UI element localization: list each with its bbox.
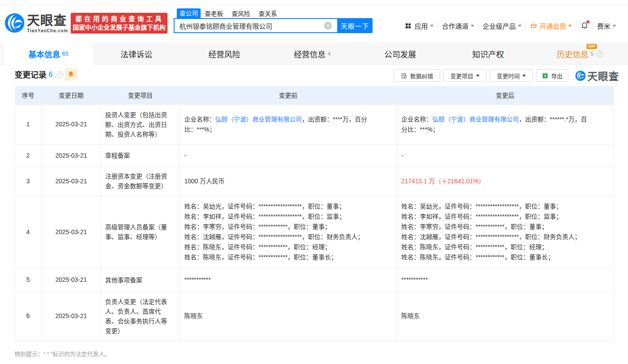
search-tab-2[interactable]: 查老板 [205, 8, 223, 18]
cell-date: 2025-03-21 [42, 104, 101, 144]
cell-text: 企业名称： [401, 116, 432, 123]
cell-item: 负责人变更（法定代表人、负责人、首席代表、合伙事务执行人等变更） [101, 292, 180, 341]
table-row-2: 22025-03-21章程备案-- [15, 144, 614, 167]
section-count: 6 [49, 71, 53, 79]
cell-line: 姓名：沈越雁，证件号码：******************，职位：财务负责人； [401, 232, 588, 242]
tab-法律诉讼[interactable]: 法律诉讼 [92, 42, 180, 65]
cell-after: 217410.1 万（＋21641.01%） [397, 167, 614, 196]
cell-item: 注册资本变更（注册资金、资金数额等变更） [101, 167, 180, 196]
header-nav: 应用合作通道企业级产品开通会员费米 [404, 20, 616, 31]
tyc-swirl-icon [575, 71, 586, 81]
col-header: 序号 [15, 86, 42, 104]
nav-divider [438, 23, 438, 29]
cell-text: 姓名：沈越雁，证件号码：******************，职位：财务负责人； [184, 233, 364, 240]
crown-icon [530, 22, 537, 30]
nav-label: 开通会员 [540, 21, 566, 30]
slogan-line1: 都在用的商业查询工具 [72, 15, 167, 23]
cell-line: *********** [184, 275, 371, 285]
section-help-icon[interactable]: ? [57, 71, 64, 78]
cell-line: - [401, 151, 588, 161]
watermark-text: 天眼查 [587, 68, 619, 83]
cell-item: 其他事项备案 [101, 268, 180, 292]
search-input[interactable] [174, 18, 337, 33]
cell-text: *********** [184, 276, 211, 283]
dropdown-caret-icon [522, 75, 526, 77]
cell-text: 姓名：陈晓东，证件号码：************，职位：董事长； [184, 254, 337, 261]
cell-line: 企业名称：弘颐（宁波）商业管理有限公司，出资额：****万，百分比：***%； [184, 114, 371, 135]
bell-icon-wrap[interactable] [580, 22, 589, 30]
cell-text: 1000 万人民币 [184, 178, 225, 185]
apps-grid-icon [404, 22, 412, 30]
nav-item-2[interactable]: 合作通道 [442, 21, 474, 30]
cell-date: 2025-03-21 [42, 268, 101, 292]
cell-date: 2025-03-21 [42, 196, 101, 268]
nav-item-6[interactable]: 费米 [597, 21, 616, 30]
section-bar: 变更记录 6 ? 数据纠错变更项目变更时间导出天眼查 [0, 65, 628, 85]
tab-label: 经营信息 [294, 48, 326, 60]
search-tab-3[interactable]: 查风险 [232, 8, 250, 18]
cell-no: 1 [15, 104, 42, 144]
nav-item-1[interactable]: 应用 [404, 21, 434, 30]
cell-text: 姓名：陈晓东，证件号码：************，职位：经理； [401, 243, 548, 250]
nav-item-4[interactable]: 开通会员 [530, 21, 572, 30]
search-tab-4[interactable]: 查关系 [259, 8, 277, 18]
cell-text: 姓名：李寒穷，证件号码：************，职位：董事； [401, 223, 548, 230]
cell-line: 陈晓东 [184, 311, 371, 321]
search-button[interactable]: 天眼一下 [337, 18, 373, 33]
tianyancha-logo-icon[interactable] [5, 13, 24, 33]
subscribe-bell-button[interactable] [65, 68, 77, 80]
nav-label: 企业级产品 [483, 21, 516, 30]
tab-经营风险[interactable]: 经营风险 [180, 42, 268, 65]
nav-divider [593, 23, 593, 29]
cell-line: *********** [401, 275, 588, 285]
table-row-5: 52025-03-21其他事项备案********************** [15, 268, 614, 292]
company-link[interactable]: 弘颐（宁波）商业管理有限公司 [215, 116, 302, 123]
tab-公司发展[interactable]: 公司发展 [356, 42, 444, 65]
chevron-down-icon [568, 25, 572, 27]
tab-help-icon[interactable]: ? [596, 50, 603, 57]
cell-text: 姓名：李如祥，证件号码：******************，职位：监事； [401, 213, 562, 220]
section-button-数据纠错[interactable]: 数据纠错 [394, 69, 440, 82]
cell-after: - [397, 144, 614, 167]
nav-label: 合作通道 [442, 21, 468, 30]
tab-label: 法律诉讼 [121, 48, 152, 60]
tab-知识产权[interactable]: 知识产权 [444, 42, 532, 65]
notification-bell[interactable] [580, 22, 589, 30]
table-header: 序号变更日期变更项目变更前变更后 [15, 86, 614, 104]
company-link[interactable]: 弘颐（宁波）商业管理有限公司 [432, 116, 519, 123]
chevron-down-icon [518, 25, 521, 27]
cell-line: 陈晓东 [401, 311, 588, 321]
search-tab-1[interactable]: 查公司 [177, 8, 201, 18]
cell-line: 姓名：沈越雁，证件号码：******************，职位：财务负责人； [184, 232, 371, 242]
table-row-1: 12025-03-21投资人变更（包括出资额、出资方式、出资日期、投资人名称等）… [15, 104, 614, 144]
cell-after: *********** [397, 268, 614, 292]
top-strip [0, 0, 628, 5]
cell-after: 企业名称：弘颐（宁波）商业管理有限公司，出资额：******.*万，百分比：**… [397, 104, 614, 144]
cell-text: 企业名称： [184, 116, 215, 123]
tab-基本信息[interactable]: 基本信息65 [4, 42, 92, 65]
section-button-变更时间[interactable]: 变更时间 [490, 69, 533, 82]
nav-item-3[interactable]: 企业级产品 [483, 21, 521, 30]
cell-line: 企业名称：弘颐（宁波）商业管理有限公司，出资额：******.*万，百分比：**… [401, 114, 588, 135]
cell-text: *********** [401, 276, 428, 283]
cell-before: *********** [180, 268, 397, 292]
cell-text: 姓名：陈晓东，证件号码：************，职位：董事长； [401, 254, 554, 261]
table-row-6: 62025-03-21负责人变更（法定代表人、负责人、首席代表、合伙事务执行人等… [15, 292, 614, 341]
tianyancha-logo-text[interactable]: 天眼查 TianYanCha.com [27, 14, 68, 33]
chevron-down-icon [430, 25, 434, 27]
tab-经营信息[interactable]: 经营信息4 [268, 42, 356, 65]
section-button-导出[interactable]: 导出 [536, 69, 568, 82]
cell-text: 姓名：沈越雁，证件号码：******************，职位：财务负责人； [401, 233, 581, 240]
cell-line: 姓名：陈晓东，证件号码：************，职位：经理； [401, 242, 588, 252]
cell-line: 姓名：吴幼光，证件号码：******************，职位：董事； [401, 201, 588, 212]
section-buttons: 数据纠错变更项目变更时间导出天眼查 [391, 68, 619, 83]
tab-label: 历史信息 [557, 48, 589, 60]
capital-increase-text: 217410.1 万（＋21641.01%） [401, 178, 485, 185]
table-row-3: 32025-03-21注册资本变更（注册资金、资金数额等变更）1000 万人民币… [15, 167, 614, 196]
cell-item: 高级管理人员备案（董事、监事、经理等） [101, 196, 180, 268]
section-button-变更项目[interactable]: 变更项目 [443, 69, 487, 82]
cell-text: - [184, 152, 186, 159]
clear-search-icon[interactable]: ✕ [324, 22, 332, 30]
tab-历史信息[interactable]: 历史信息5?VIP [532, 42, 620, 65]
tab-count: 65 [62, 50, 68, 57]
